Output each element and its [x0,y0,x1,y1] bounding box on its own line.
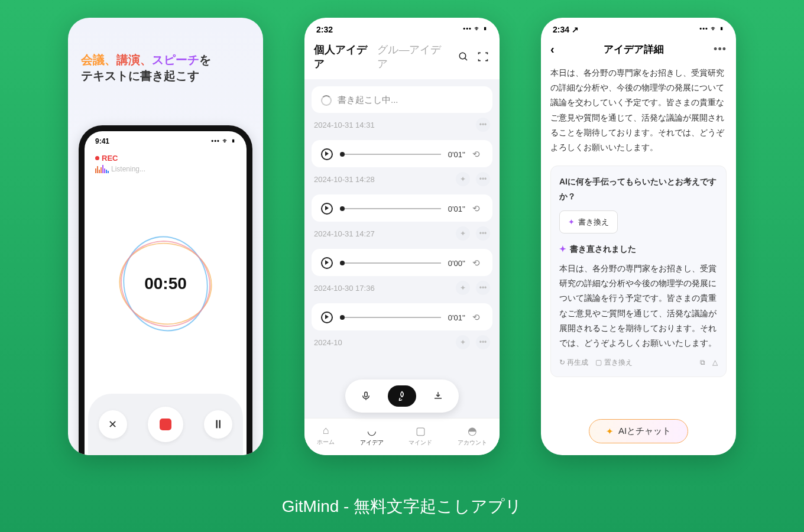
status-time: 2:34 ↗ [553,25,579,34]
nav-mind[interactable]: ▢マインド [409,424,432,447]
transcribe-icon[interactable]: ⟲ [472,258,483,268]
status-bar: 2:34 ↗ ••• ᯤ ▮ [541,18,736,37]
stop-icon [160,419,171,430]
transcribe-icon[interactable]: ⟲ [472,149,483,160]
timestamp: 2024-10-31 14:28 [314,175,375,184]
idea-card[interactable]: 0'01'' ⟲ [312,194,492,222]
headline-word-1: 会議、 [81,53,116,66]
rewritten-text: 本日は、各分野の専門家をお招きし、受賞研究の詳細な分析や今後の物理学の発展につい… [559,261,718,351]
tab-group[interactable]: グル―アイデア [377,43,445,71]
status-icons: ••• ᯤ ▮ [211,137,236,145]
more-icon[interactable]: ••• [476,335,490,349]
floating-action-bar [345,379,459,413]
loading-icon [321,95,332,106]
tabs-row: 個人アイデア グル―アイデア [304,37,500,79]
idea-card[interactable]: 0'00'' ⟲ [312,249,492,276]
account-icon: ◓ [468,424,477,437]
timestamp: 2024-10 [314,338,342,347]
detail-body[interactable]: 本日は、各分野の専門家をお招きし、受賞研究の詳細な分析や、今後の物理学の発展につ… [541,63,736,412]
headline-word-4: を [199,53,211,66]
mic-button[interactable] [356,386,376,406]
waveform-icon [95,165,109,173]
import-button[interactable] [428,386,448,406]
recording-controls: ✕ ⅠⅠ [88,394,243,455]
duration: 0'01'' [448,313,465,322]
stop-record-button[interactable] [148,407,183,442]
compose-button[interactable] [388,385,416,407]
recording-visualizer: 00:50 [85,173,247,394]
idea-card[interactable]: 書き起こし中... [312,86,492,113]
status-bar: 9:41 ••• ᯤ ▮ [85,131,247,147]
chat-row: ✦ AIとチャット [541,412,736,455]
sparkle-icon[interactable]: ✦ [456,172,470,186]
ai-question: AIに何を手伝ってもらいたいとお考えですか？ [559,174,718,204]
transcribe-icon[interactable]: ⟲ [472,203,483,214]
rewrite-button[interactable]: ✦ 書き換え [559,210,618,233]
pause-button[interactable]: ⅠⅠ [204,410,232,439]
sparkle-icon[interactable]: ✦ [456,335,470,349]
svg-line-1 [465,58,467,60]
nav-account[interactable]: ◓アカウント [458,424,487,447]
idea-card[interactable]: 0'01'' ⟲ [312,303,492,330]
processing-label: 書き起こし中... [338,95,398,106]
rewritten-header: ✦ 書き直されました [559,242,718,257]
rec-indicator: REC [85,147,247,165]
replace-button[interactable]: ▢ 置き換え [595,356,632,369]
idea-icon: ◡ [367,424,377,437]
mind-icon: ▢ [416,424,426,437]
play-button[interactable] [321,312,333,323]
headline: 会議、講演、スピーチを テキストに書き起こす [68,18,263,84]
play-button[interactable] [321,148,333,160]
status-time: 9:41 [95,137,109,145]
search-icon[interactable] [456,49,470,64]
scan-icon[interactable] [476,49,490,64]
svg-rect-2 [365,392,368,397]
idea-list[interactable]: 書き起こし中... 2024-10-31 14:31 ••• 0'01'' ⟲ … [304,79,500,418]
caption: GitMind - 無料文字起こしアプリ [0,495,804,518]
regenerate-button[interactable]: ↻ 再生成 [559,356,588,369]
bottom-nav: ⌂ホーム ◡アイデア ▢マインド ◓アカウント [304,418,500,455]
inner-phone-frame: 9:41 ••• ᯤ ▮ REC Listening... 00:50 [79,125,252,455]
listening-label: Listening... [111,165,145,173]
ai-chat-button[interactable]: ✦ AIとチャット [589,419,688,443]
status-time: 2:32 [316,25,333,34]
more-icon[interactable]: ••• [476,281,490,295]
idea-card[interactable]: 0'01'' ⟲ [312,140,492,167]
detail-header: ‹ アイデア詳細 ••• [541,37,736,63]
audio-track[interactable] [340,154,441,155]
more-icon[interactable]: ••• [476,172,490,186]
headline-word-2: 講演、 [116,53,152,66]
audio-track[interactable] [340,262,441,264]
transcribe-icon[interactable]: ⟲ [472,312,483,323]
headline-line-2: テキストに書き起こす [81,69,199,82]
status-icons: ••• ᯤ ▮ [699,25,724,34]
phone-idea-detail: 2:34 ↗ ••• ᯤ ▮ ‹ アイデア詳細 ••• 本日は、各分野の専門家を… [541,18,736,455]
back-button[interactable]: ‹ [550,43,555,56]
tab-personal[interactable]: 個人アイデア [314,43,371,71]
sparkle-icon[interactable]: ✦ [456,226,470,241]
orbit-ring [108,227,223,340]
timestamp: 2024-10-30 17:36 [314,284,375,293]
more-icon[interactable]: ••• [476,226,490,241]
sparkle-icon[interactable]: ✦ [456,281,470,295]
audio-track[interactable] [340,317,441,318]
rec-dot-icon [95,156,99,160]
headline-word-3: スピーチ [152,53,199,66]
more-icon[interactable]: ••• [714,43,727,56]
play-button[interactable] [321,203,333,215]
status-bar: 2:32 ••• ᯤ ▮ [304,18,500,37]
more-icon[interactable]: ••• [476,118,490,132]
report-icon[interactable]: △ [712,356,718,369]
status-icons: ••• ᯤ ▮ [463,25,488,34]
copy-icon[interactable]: ⧉ [700,356,705,369]
nav-home[interactable]: ⌂ホーム [317,424,335,447]
transcript-text: 本日は、各分野の専門家をお招きし、受賞研究の詳細な分析や、今後の物理学の発展につ… [550,66,727,155]
cancel-button[interactable]: ✕ [99,410,127,439]
audio-track[interactable] [340,208,441,209]
duration: 0'01'' [448,150,465,159]
page-title: アイデア詳細 [604,43,664,56]
nav-idea[interactable]: ◡アイデア [360,424,384,447]
play-button[interactable] [321,257,333,269]
timestamp: 2024-10-31 14:27 [314,229,375,238]
chat-icon: ✦ [606,426,614,437]
